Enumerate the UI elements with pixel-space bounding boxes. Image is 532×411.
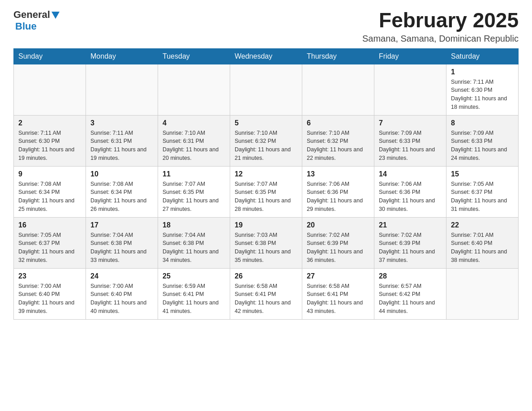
- calendar-cell: 20Sunrise: 7:02 AM Sunset: 6:39 PM Dayli…: [302, 217, 374, 268]
- day-number: 22: [451, 221, 514, 229]
- weekday-header-saturday: Saturday: [446, 48, 519, 64]
- calendar-cell: 3Sunrise: 7:11 AM Sunset: 6:31 PM Daylig…: [86, 115, 158, 166]
- calendar-week-row: 23Sunrise: 7:00 AM Sunset: 6:40 PM Dayli…: [14, 268, 519, 319]
- day-info: Sunrise: 7:05 AM Sunset: 6:37 PM Dayligh…: [18, 231, 81, 265]
- day-number: 19: [235, 221, 297, 229]
- day-number: 26: [235, 272, 297, 280]
- calendar-cell: 27Sunrise: 6:58 AM Sunset: 6:41 PM Dayli…: [302, 268, 374, 319]
- calendar-cell: 17Sunrise: 7:04 AM Sunset: 6:38 PM Dayli…: [86, 217, 158, 268]
- day-info: Sunrise: 7:10 AM Sunset: 6:31 PM Dayligh…: [163, 129, 225, 163]
- day-info: Sunrise: 7:07 AM Sunset: 6:35 PM Dayligh…: [163, 180, 225, 214]
- calendar-cell: 25Sunrise: 6:59 AM Sunset: 6:41 PM Dayli…: [158, 268, 230, 319]
- calendar-cell: 8Sunrise: 7:09 AM Sunset: 6:33 PM Daylig…: [446, 115, 519, 166]
- weekday-header-monday: Monday: [86, 48, 158, 64]
- day-number: 28: [379, 272, 442, 280]
- day-number: 6: [307, 119, 369, 127]
- day-info: Sunrise: 7:08 AM Sunset: 6:34 PM Dayligh…: [18, 180, 81, 214]
- location-subtitle: Samana, Samana, Dominican Republic: [362, 34, 519, 44]
- weekday-header-friday: Friday: [374, 48, 446, 64]
- calendar-cell: 22Sunrise: 7:01 AM Sunset: 6:40 PM Dayli…: [446, 217, 519, 268]
- day-info: Sunrise: 7:11 AM Sunset: 6:30 PM Dayligh…: [18, 129, 81, 163]
- day-number: 18: [163, 221, 225, 229]
- calendar-cell: 12Sunrise: 7:07 AM Sunset: 6:35 PM Dayli…: [230, 166, 302, 217]
- logo-general-text: General: [13, 9, 50, 21]
- day-number: 27: [307, 272, 369, 280]
- calendar-week-row: 9Sunrise: 7:08 AM Sunset: 6:34 PM Daylig…: [14, 166, 519, 217]
- calendar-cell: 15Sunrise: 7:05 AM Sunset: 6:37 PM Dayli…: [446, 166, 519, 217]
- day-number: 24: [90, 272, 153, 280]
- day-info: Sunrise: 6:59 AM Sunset: 6:41 PM Dayligh…: [163, 282, 225, 316]
- calendar-cell: 18Sunrise: 7:04 AM Sunset: 6:38 PM Dayli…: [158, 217, 230, 268]
- day-info: Sunrise: 7:11 AM Sunset: 6:30 PM Dayligh…: [451, 78, 514, 111]
- month-title: February 2025: [362, 9, 519, 32]
- day-info: Sunrise: 7:10 AM Sunset: 6:32 PM Dayligh…: [307, 129, 369, 163]
- calendar-cell: [14, 64, 86, 115]
- calendar-cell: 24Sunrise: 7:00 AM Sunset: 6:40 PM Dayli…: [86, 268, 158, 319]
- weekday-header-sunday: Sunday: [14, 48, 86, 64]
- day-number: 13: [307, 170, 369, 178]
- calendar-cell: 6Sunrise: 7:10 AM Sunset: 6:32 PM Daylig…: [302, 115, 374, 166]
- calendar-cell: 10Sunrise: 7:08 AM Sunset: 6:34 PM Dayli…: [86, 166, 158, 217]
- day-number: 10: [90, 170, 153, 178]
- day-info: Sunrise: 7:02 AM Sunset: 6:39 PM Dayligh…: [379, 231, 442, 265]
- logo: General Blue: [13, 9, 60, 32]
- logo-blue-text: Blue: [15, 21, 37, 32]
- calendar-cell: 21Sunrise: 7:02 AM Sunset: 6:39 PM Dayli…: [374, 217, 446, 268]
- day-number: 14: [379, 170, 442, 178]
- logo-arrow-icon: [51, 12, 60, 19]
- day-info: Sunrise: 7:05 AM Sunset: 6:37 PM Dayligh…: [451, 180, 514, 214]
- day-number: 1: [451, 68, 514, 76]
- calendar-cell: 19Sunrise: 7:03 AM Sunset: 6:38 PM Dayli…: [230, 217, 302, 268]
- calendar-cell: [158, 64, 230, 115]
- calendar-table: SundayMondayTuesdayWednesdayThursdayFrid…: [13, 48, 519, 320]
- day-info: Sunrise: 7:06 AM Sunset: 6:36 PM Dayligh…: [307, 180, 369, 214]
- calendar-cell: 23Sunrise: 7:00 AM Sunset: 6:40 PM Dayli…: [14, 268, 86, 319]
- day-number: 17: [90, 221, 153, 229]
- day-info: Sunrise: 7:07 AM Sunset: 6:35 PM Dayligh…: [235, 180, 297, 214]
- calendar-cell: 14Sunrise: 7:06 AM Sunset: 6:36 PM Dayli…: [374, 166, 446, 217]
- day-number: 3: [90, 119, 153, 127]
- day-info: Sunrise: 7:11 AM Sunset: 6:31 PM Dayligh…: [90, 129, 153, 163]
- title-area: February 2025 Samana, Samana, Dominican …: [362, 9, 519, 44]
- day-info: Sunrise: 6:58 AM Sunset: 6:41 PM Dayligh…: [307, 282, 369, 316]
- calendar-cell: [86, 64, 158, 115]
- calendar-cell: 1Sunrise: 7:11 AM Sunset: 6:30 PM Daylig…: [446, 64, 519, 115]
- calendar-cell: 9Sunrise: 7:08 AM Sunset: 6:34 PM Daylig…: [14, 166, 86, 217]
- day-number: 15: [451, 170, 514, 178]
- day-info: Sunrise: 7:04 AM Sunset: 6:38 PM Dayligh…: [90, 231, 153, 265]
- calendar-cell: [446, 268, 519, 319]
- calendar-cell: [302, 64, 374, 115]
- calendar-cell: 11Sunrise: 7:07 AM Sunset: 6:35 PM Dayli…: [158, 166, 230, 217]
- day-number: 9: [18, 170, 81, 178]
- day-number: 21: [379, 221, 442, 229]
- day-number: 7: [379, 119, 442, 127]
- day-number: 12: [235, 170, 297, 178]
- day-number: 5: [235, 119, 297, 127]
- day-number: 2: [18, 119, 81, 127]
- calendar-cell: 2Sunrise: 7:11 AM Sunset: 6:30 PM Daylig…: [14, 115, 86, 166]
- weekday-header-thursday: Thursday: [302, 48, 374, 64]
- day-info: Sunrise: 7:09 AM Sunset: 6:33 PM Dayligh…: [451, 129, 514, 163]
- calendar-week-row: 1Sunrise: 7:11 AM Sunset: 6:30 PM Daylig…: [14, 64, 519, 115]
- day-info: Sunrise: 7:10 AM Sunset: 6:32 PM Dayligh…: [235, 129, 297, 163]
- calendar-cell: 7Sunrise: 7:09 AM Sunset: 6:33 PM Daylig…: [374, 115, 446, 166]
- calendar-cell: 13Sunrise: 7:06 AM Sunset: 6:36 PM Dayli…: [302, 166, 374, 217]
- calendar-week-row: 2Sunrise: 7:11 AM Sunset: 6:30 PM Daylig…: [14, 115, 519, 166]
- day-info: Sunrise: 7:03 AM Sunset: 6:38 PM Dayligh…: [235, 231, 297, 265]
- calendar-week-row: 16Sunrise: 7:05 AM Sunset: 6:37 PM Dayli…: [14, 217, 519, 268]
- day-info: Sunrise: 6:58 AM Sunset: 6:41 PM Dayligh…: [235, 282, 297, 316]
- page-header: General Blue February 2025 Samana, Saman…: [13, 9, 519, 44]
- calendar-cell: 16Sunrise: 7:05 AM Sunset: 6:37 PM Dayli…: [14, 217, 86, 268]
- day-info: Sunrise: 6:57 AM Sunset: 6:42 PM Dayligh…: [379, 282, 442, 316]
- day-number: 23: [18, 272, 81, 280]
- calendar-cell: 4Sunrise: 7:10 AM Sunset: 6:31 PM Daylig…: [158, 115, 230, 166]
- day-number: 16: [18, 221, 81, 229]
- day-info: Sunrise: 7:04 AM Sunset: 6:38 PM Dayligh…: [163, 231, 225, 265]
- calendar-body: 1Sunrise: 7:11 AM Sunset: 6:30 PM Daylig…: [14, 64, 519, 319]
- day-info: Sunrise: 7:06 AM Sunset: 6:36 PM Dayligh…: [379, 180, 442, 214]
- weekday-header-row: SundayMondayTuesdayWednesdayThursdayFrid…: [14, 48, 519, 64]
- calendar-cell: 26Sunrise: 6:58 AM Sunset: 6:41 PM Dayli…: [230, 268, 302, 319]
- weekday-header-wednesday: Wednesday: [230, 48, 302, 64]
- calendar-cell: [374, 64, 446, 115]
- day-info: Sunrise: 7:09 AM Sunset: 6:33 PM Dayligh…: [379, 129, 442, 163]
